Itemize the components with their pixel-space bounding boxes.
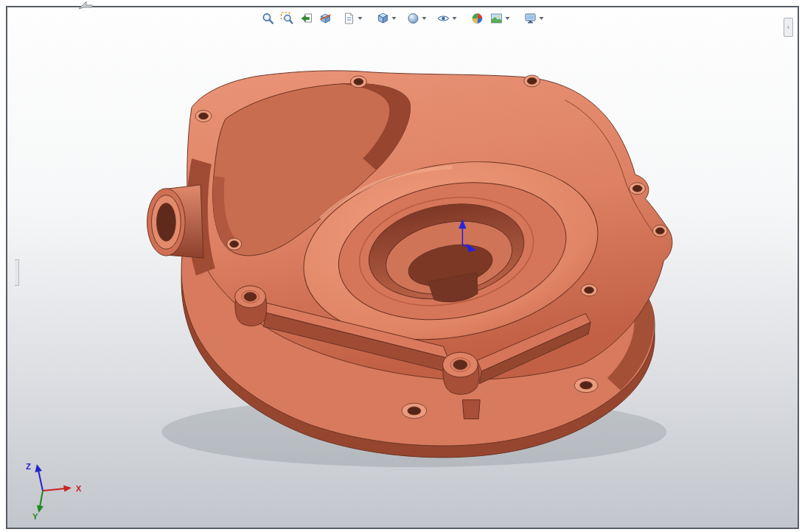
display-style-button[interactable] bbox=[405, 10, 429, 27]
bolt-hole bbox=[581, 284, 597, 296]
eye-icon bbox=[437, 12, 450, 25]
zoom-to-fit-icon bbox=[262, 12, 275, 25]
triad-x-label: X bbox=[76, 484, 82, 493]
reference-triad: Z X Y bbox=[18, 458, 94, 520]
bolt-hole bbox=[402, 403, 427, 419]
scene-icon bbox=[490, 12, 503, 25]
zoom-to-fit-button[interactable] bbox=[259, 10, 277, 27]
left-edge-tab[interactable] bbox=[15, 259, 19, 286]
task-pane-collapse-tab[interactable]: ‹ bbox=[784, 18, 793, 37]
section-view-button[interactable] bbox=[317, 10, 335, 27]
dropdown-caret-icon[interactable] bbox=[358, 17, 363, 20]
display-style-icon bbox=[407, 12, 420, 25]
bolt-hole bbox=[195, 111, 212, 122]
triad-z-label: Z bbox=[26, 462, 31, 471]
section-view-icon bbox=[319, 12, 332, 25]
dropdown-caret-icon[interactable] bbox=[506, 17, 510, 20]
bolt-hole bbox=[652, 225, 667, 237]
view-orientation-button[interactable] bbox=[374, 10, 399, 27]
monitor-icon bbox=[524, 12, 537, 25]
solidworks-viewport-window: { "toolbar": { "items": [ {"name": "zoom… bbox=[0, 0, 802, 532]
bolt-hole bbox=[351, 76, 367, 88]
model-3d-part[interactable] bbox=[7, 7, 798, 528]
triad-y-label: Y bbox=[32, 512, 38, 520]
previous-view-icon bbox=[300, 12, 313, 25]
dropdown-caret-icon[interactable] bbox=[392, 17, 397, 20]
view-orientation-cube-icon bbox=[377, 12, 390, 25]
zoom-to-area-icon bbox=[281, 12, 294, 25]
dropdown-caret-icon[interactable] bbox=[453, 17, 457, 20]
view-settings-button[interactable] bbox=[522, 10, 546, 27]
bolt-hole bbox=[630, 183, 646, 195]
apply-scene-button[interactable] bbox=[488, 10, 512, 27]
side-tube[interactable] bbox=[147, 158, 215, 276]
triad-y-axis: Y bbox=[32, 491, 43, 520]
appearance-ball-icon bbox=[471, 12, 484, 25]
bolt-hole bbox=[227, 238, 242, 250]
heads-up-view-toolbar bbox=[259, 10, 547, 27]
dropdown-caret-icon[interactable] bbox=[540, 17, 544, 20]
annotation-views-button[interactable] bbox=[341, 10, 365, 27]
edit-appearance-button[interactable] bbox=[469, 10, 487, 27]
previous-view-button[interactable] bbox=[298, 10, 315, 27]
graphics-area[interactable]: Z X Y ‹ bbox=[6, 6, 799, 529]
dropdown-caret-icon[interactable] bbox=[422, 17, 427, 20]
triad-x-axis: X bbox=[43, 484, 82, 493]
hide-show-items-button[interactable] bbox=[435, 10, 459, 27]
bolt-hole bbox=[524, 75, 540, 87]
viewport-corner-arrow-icon[interactable] bbox=[77, 0, 94, 10]
chevron-left-icon: ‹ bbox=[787, 24, 789, 31]
bolt-hole bbox=[574, 378, 598, 393]
triad-z-axis: Z bbox=[26, 462, 43, 491]
annotation-views-icon bbox=[343, 12, 356, 25]
zoom-to-area-button[interactable] bbox=[279, 10, 296, 27]
